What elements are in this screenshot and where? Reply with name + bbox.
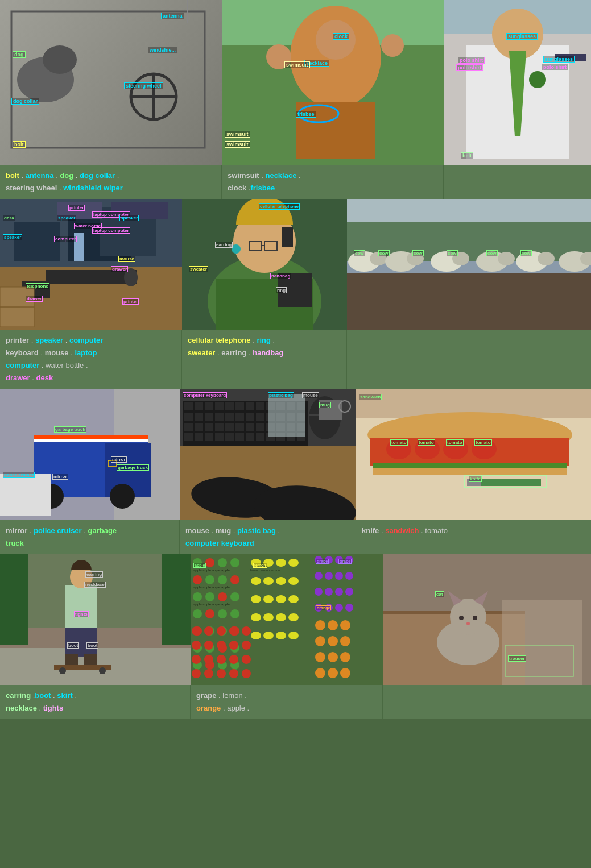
cap-mug: mug: [216, 526, 231, 535]
label-cow-4: cow: [447, 250, 458, 256]
label-dog-collar: dog collar: [11, 98, 39, 105]
label-sunglasses-2: sunglasses: [543, 56, 575, 63]
sep: .: [54, 171, 60, 180]
cap-ring: ring: [257, 336, 271, 344]
label-speaker-3: speaker: [3, 234, 22, 240]
cap-tights: tights: [43, 704, 63, 712]
cap-dog-car: bolt . antenna . dog . dog collar . stee…: [0, 165, 222, 199]
label-swimsuit-3: swimsuit: [225, 141, 250, 148]
label-cat: cat: [435, 591, 444, 597]
label-tomato-1: tomato: [390, 439, 408, 446]
label-mirror-2: mirror: [52, 474, 68, 480]
image-cat: cat trouser: [383, 554, 591, 685]
cap-fruit: grape . lemon . orange . apple .: [191, 685, 383, 719]
cap-plastic-bag: plastic bag: [237, 526, 276, 535]
row-4: earring necklace tights boot boot apple …: [0, 554, 591, 719]
label-sunglasses-1: sunglasses: [506, 33, 538, 40]
cap-drawer: drawer: [6, 373, 30, 382]
sep: .: [73, 171, 80, 180]
label-ring: ring: [276, 287, 287, 293]
label-polo-shirt-1: polo shirt: [458, 57, 485, 64]
cap-boot: boot: [35, 691, 51, 700]
sep: .: [57, 184, 63, 192]
sep: .: [259, 171, 266, 180]
label-laptop-2: laptop computer: [92, 227, 130, 234]
label-earring: earring: [215, 242, 233, 248]
image-fruit: apple lemon grape grape orange: [191, 554, 383, 685]
app-container: antenna windshie... dog steering wheel d…: [0, 0, 591, 719]
row-3-captions: mirror . police cruiser . garbage truck …: [0, 520, 591, 554]
cap-frisbee: frisbee: [250, 184, 275, 192]
label-lemon-1: lemon: [253, 563, 267, 568]
cap-printer: printer: [6, 336, 29, 344]
cap-woman: cellular telephone . ring . sweater . ea…: [182, 330, 347, 389]
cap-orange: orange: [196, 704, 221, 712]
image-skater: earring necklace tights boot boot: [0, 554, 191, 685]
label-antenna: antenna: [161, 13, 184, 19]
cap-laptop-2: computer: [6, 361, 39, 369]
cap-computer: computer: [69, 336, 103, 344]
row-3-images: garbage truck mirror garbage truck polic…: [0, 389, 591, 520]
label-swimsuit-1: swimsuit: [284, 61, 310, 68]
label-speaker-1: speaker: [57, 215, 76, 221]
cap-laptop: laptop: [75, 348, 97, 357]
cap-garbage-truck: garbage: [88, 526, 117, 535]
label-tomato-4: tomato: [474, 439, 492, 446]
cap-bolt: bolt: [6, 171, 19, 180]
label-sweater: sweater: [189, 266, 208, 272]
cap-office: printer . speaker . computer keyboard . …: [0, 330, 182, 389]
label-mirror: mirror: [111, 456, 127, 463]
row-2: printer speaker laptop computer speaker …: [0, 199, 591, 389]
label-plastic-bag: plastic bag: [268, 392, 294, 398]
label-telephone: telephone: [26, 283, 49, 289]
cap-earring-sk: earring: [6, 691, 31, 700]
image-garbage: garbage truck mirror garbage truck polic…: [0, 389, 180, 520]
cap-handbag: handbag: [253, 348, 283, 357]
cap-cows: [347, 330, 591, 389]
label-polo-shirt-3: polo shirt: [542, 64, 568, 70]
label-trouser: trouser: [508, 655, 526, 662]
cap-earring: earring: [221, 348, 246, 357]
cap-dog: dog: [60, 171, 73, 180]
cap-steering: steering wheel: [6, 184, 57, 192]
label-windshield: windshie...: [148, 47, 177, 53]
row-1-images: antenna windshie... dog steering wheel d…: [0, 0, 591, 165]
label-earring-sk: earring: [85, 571, 103, 578]
cap-cat: [383, 685, 591, 719]
cap-clock: clock: [228, 184, 246, 192]
label-clock: clock: [333, 33, 349, 40]
label-swimsuit-2: swimsuit: [225, 131, 250, 138]
image-cows: cow cow cow cow cow cow: [347, 199, 591, 330]
label-garbage-truck-1: garbage truck: [54, 426, 86, 433]
label-cow-6: cow: [520, 250, 532, 256]
image-dog-car: antenna windshie... dog steering wheel d…: [0, 0, 222, 165]
row-4-captions: earring .boot . skirt . necklace . tight…: [0, 685, 591, 719]
label-mouse: mouse: [118, 256, 135, 262]
label-tomato-3: tomato: [446, 439, 464, 446]
label-mug: mug: [319, 402, 331, 408]
label-cow-5: cow: [486, 250, 498, 256]
label-mouse-2: mouse: [302, 392, 319, 398]
cap-truck: truck: [6, 539, 24, 547]
image-beach: clock necklace swimsuit frisbee swimsuit…: [222, 0, 444, 165]
label-computer: computer: [54, 236, 77, 242]
label-knife: knife: [469, 476, 482, 482]
label-grape-1: grape: [316, 559, 329, 564]
cap-garbage: mirror . police cruiser . garbage truck: [0, 520, 180, 554]
label-polo-shirt-2: polo shirt: [456, 64, 483, 71]
label-garbage-truck-2: garbage truck: [117, 464, 149, 471]
label-printer-1: printer: [68, 205, 85, 211]
row-2-captions: printer . speaker . computer keyboard . …: [0, 330, 591, 389]
cap-keyboard: keyboard: [6, 348, 39, 357]
label-tights: tights: [74, 611, 89, 617]
cap-antenna: antenna: [26, 171, 54, 180]
cap-mouse-label: mouse: [185, 526, 209, 535]
label-orange-1: orange: [316, 605, 331, 610]
cap-swimsuit: swimsuit: [228, 171, 259, 180]
cap-man: [444, 165, 591, 199]
label-necklace-sk: necklace: [84, 582, 106, 588]
cap-skater: earring .boot . skirt . necklace . tight…: [0, 685, 191, 719]
label-desk: desk: [3, 215, 15, 221]
label-computer-keyboard: computer keyboard: [183, 392, 227, 398]
cap-sandwich: knife . sandwich . tomato: [356, 520, 591, 554]
